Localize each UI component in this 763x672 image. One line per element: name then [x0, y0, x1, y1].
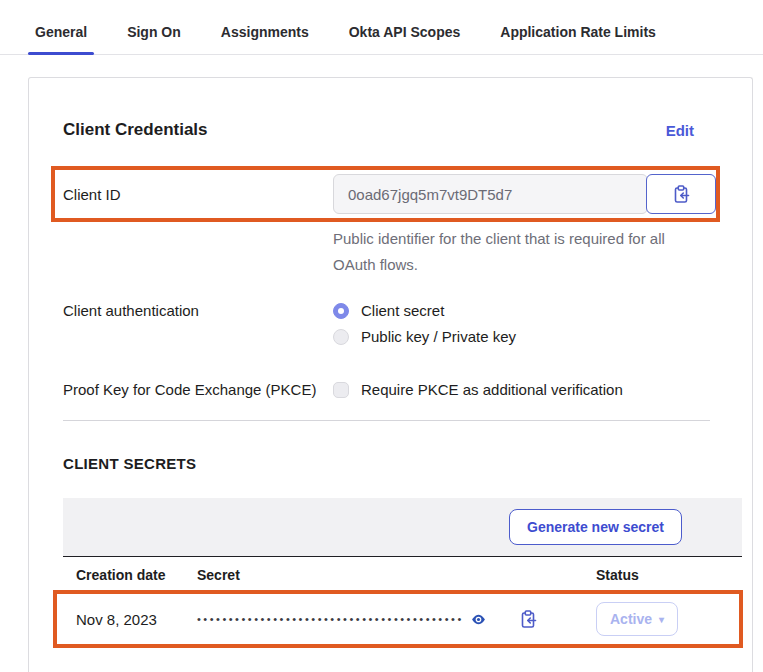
client-id-help-text: Public identifier for the client that is… [333, 226, 668, 278]
client-id-label: Client ID [63, 186, 333, 203]
client-id-row: Client ID 0oad67jgq5m7vt9DT5d7 [63, 172, 716, 216]
client-secrets-table: Creation date Secret Status Nov 8, 2023 … [63, 556, 742, 646]
pkce-option-label: Require PKCE as additional verification [361, 381, 623, 398]
radio-option-client-secret[interactable]: Client secret [333, 302, 516, 319]
pkce-row: Proof Key for Code Exchange (PKCE) Requi… [63, 381, 742, 398]
chevron-down-icon: ▾ [659, 614, 664, 625]
tab-bar: General Sign On Assignments Okta API Sco… [0, 0, 763, 55]
reveal-secret-button[interactable] [470, 611, 487, 628]
generate-new-secret-button[interactable]: Generate new secret [509, 509, 682, 545]
table-header-row: Creation date Secret Status [63, 557, 742, 592]
settings-card: Client Credentials Edit Client ID 0oad67… [28, 77, 753, 672]
tab-assignments[interactable]: Assignments [214, 12, 316, 54]
tab-okta-api-scopes[interactable]: Okta API Scopes [342, 12, 468, 54]
copy-client-id-button[interactable] [646, 174, 716, 214]
client-id-value: 0oad67jgq5m7vt9DT5d7 [348, 186, 512, 203]
secret-cell: ••••••••••••••••••••••••••••••••••••••••… [197, 609, 596, 629]
secret-creation-date: Nov 8, 2023 [76, 611, 197, 628]
client-credentials-header: Client Credentials Edit [63, 120, 742, 140]
okta-app-settings-page: General Sign On Assignments Okta API Sco… [0, 0, 763, 672]
client-authentication-label: Client authentication [63, 302, 333, 319]
clipboard-copy-icon [518, 609, 538, 629]
radio-option-label: Client secret [361, 302, 444, 319]
secret-status-dropdown[interactable]: Active ▾ [596, 602, 678, 636]
header-status: Status [596, 567, 729, 583]
radio-unselected-icon[interactable] [333, 329, 349, 345]
edit-link[interactable]: Edit [666, 122, 694, 139]
secret-table-row: Nov 8, 2023 ••••••••••••••••••••••••••••… [63, 592, 742, 646]
status-label: Active [610, 611, 652, 627]
radio-option-label: Public key / Private key [361, 328, 516, 345]
radio-option-public-private-key[interactable]: Public key / Private key [333, 328, 516, 345]
section-divider [63, 420, 710, 421]
header-creation-date: Creation date [76, 567, 197, 583]
tab-sign-on[interactable]: Sign On [120, 12, 188, 54]
checkbox-require-pkce[interactable]: Require PKCE as additional verification [333, 381, 623, 398]
client-credentials-title: Client Credentials [63, 120, 208, 140]
checkbox-unchecked-icon[interactable] [333, 382, 349, 398]
client-authentication-row: Client authentication Client secret Publ… [63, 302, 742, 345]
tab-application-rate-limits[interactable]: Application Rate Limits [493, 12, 663, 54]
radio-selected-icon[interactable] [333, 303, 349, 319]
eye-icon [470, 611, 487, 628]
client-id-value-field[interactable]: 0oad67jgq5m7vt9DT5d7 [333, 174, 648, 214]
clipboard-copy-icon [671, 184, 691, 204]
client-secrets-title: CLIENT SECRETS [63, 455, 742, 472]
client-authentication-options: Client secret Public key / Private key [333, 302, 516, 345]
header-secret: Secret [197, 567, 596, 583]
client-secrets-toolbar: Generate new secret [63, 498, 742, 556]
pkce-label: Proof Key for Code Exchange (PKCE) [63, 381, 333, 398]
secret-status-cell: Active ▾ [596, 602, 729, 636]
tab-general[interactable]: General [28, 12, 94, 54]
masked-secret-value: ••••••••••••••••••••••••••••••••••••••••… [197, 613, 464, 625]
client-id-field-group: 0oad67jgq5m7vt9DT5d7 [333, 174, 716, 214]
copy-secret-button[interactable] [518, 609, 538, 629]
